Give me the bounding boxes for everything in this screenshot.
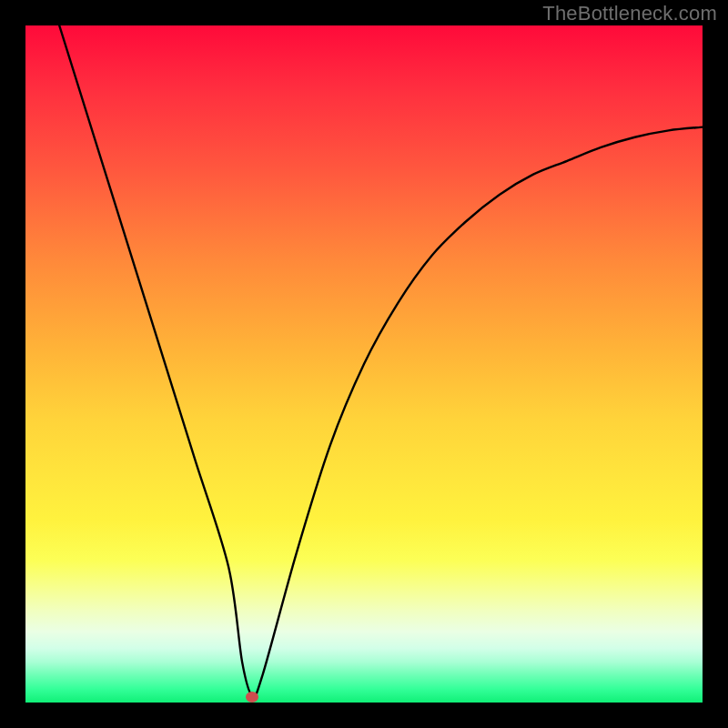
watermark-text: TheBottleneck.com [542, 2, 717, 25]
bottleneck-curve-path [59, 25, 703, 697]
min-marker [246, 692, 258, 703]
curve-svg [25, 25, 703, 703]
chart-frame: TheBottleneck.com [0, 0, 728, 728]
plot-area [25, 25, 703, 703]
